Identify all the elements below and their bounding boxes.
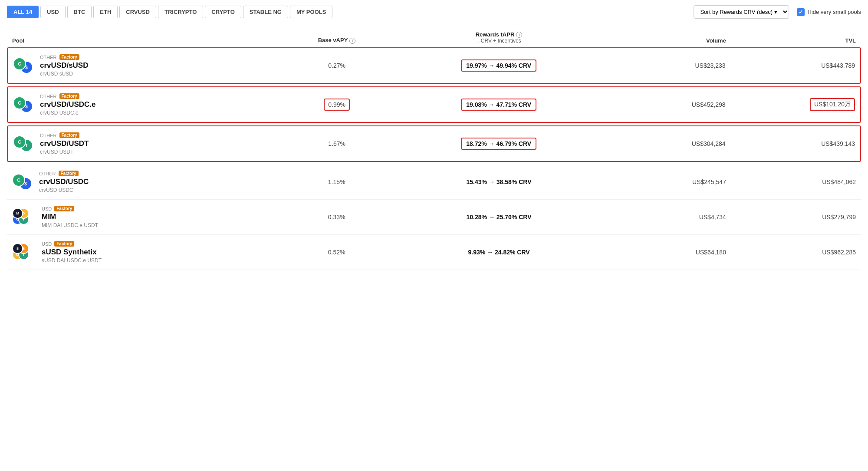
pool-row[interactable]: C T OTHER Factory crvUSD/USDT crvUSD USD… — [7, 125, 861, 162]
tvl-cell: US$101.20万 — [726, 98, 855, 111]
col-pool: Pool — [12, 37, 272, 44]
hide-small-checkbox[interactable] — [797, 8, 805, 16]
pool-row[interactable]: C $ OTHER Factory crvUSD/USDC.e crvUSD U… — [7, 86, 861, 123]
volume-cell: US$245,547 — [596, 178, 726, 185]
pool-name: MIM — [42, 213, 98, 221]
pool-name: crvUSD/USDC.e — [40, 100, 96, 109]
pool-tokens: crvUSD sUSD — [40, 71, 89, 77]
tag-factory: Factory — [54, 206, 74, 211]
pool-details: OTHER Factory crvUSD/USDC crvUSD USDC — [39, 171, 89, 193]
pool-tags: OTHER Factory — [40, 93, 96, 99]
coin-icon-1: S — [12, 243, 23, 254]
tab-all14[interactable]: ALL 14 — [7, 6, 39, 18]
rewards-cell: 9.93% → 24.82% CRV — [401, 249, 596, 256]
rewards-value: 9.93% → 24.82% CRV — [468, 249, 529, 256]
volume-cell: US$64,180 — [596, 249, 726, 256]
volume-cell: US$4,734 — [596, 214, 726, 221]
tab-crypto[interactable]: CRYPTO — [205, 6, 241, 18]
tvl-highlighted: US$101.20万 — [810, 98, 855, 111]
filter-tabs: ALL 14 USD BTC ETH CRVUSD TRICRYPTO CRYP… — [7, 6, 332, 18]
pool-tokens: crvUSD USDC.e — [40, 110, 96, 116]
tab-tricrypto[interactable]: TRICRYPTO — [158, 6, 203, 18]
top-bar: ALL 14 USD BTC ETH CRVUSD TRICRYPTO CRYP… — [0, 0, 868, 24]
col-tvl: TVL — [726, 37, 856, 44]
tag-category: USD — [42, 206, 52, 211]
table-container: Pool Base vAPY i Rewards tAPR i ↓ CRV + … — [0, 28, 868, 270]
pool-info: C $ OTHER Factory crvUSD/sUSD crvUSD sUS… — [13, 54, 272, 77]
pool-info: M D U T USD Factory MIM MIM DAI USDC.e U… — [12, 206, 272, 228]
pool-name: crvUSD/sUSD — [40, 61, 89, 70]
coin-icon-1: C — [13, 135, 26, 148]
pool-info: C $ OTHER Factory crvUSD/USDC.e crvUSD U… — [13, 93, 272, 116]
tag-category: OTHER — [40, 94, 57, 99]
tab-usd[interactable]: USD — [40, 6, 65, 18]
base-vapy: 0.27% — [272, 62, 401, 69]
pool-tags: OTHER Factory — [40, 132, 89, 138]
tag-factory: Factory — [59, 132, 79, 138]
pool-name: crvUSD/USDT — [40, 139, 89, 148]
table-header: Pool Base vAPY i Rewards tAPR i ↓ CRV + … — [7, 28, 861, 47]
pool-info: C $ OTHER Factory crvUSD/USDC crvUSD USD… — [12, 171, 272, 193]
pool-details: OTHER Factory crvUSD/USDT crvUSD USDT — [40, 132, 89, 155]
rewards-cell: 19.97% → 49.94% CRV — [401, 59, 596, 72]
tvl-cell: US$439,143 — [726, 140, 855, 147]
col-base-vapy: Base vAPY i — [272, 37, 401, 44]
volume-cell: US$304,284 — [596, 140, 725, 147]
pool-icons: M D U T — [12, 208, 37, 226]
pool-tags: OTHER Factory — [39, 171, 89, 176]
tab-stable-ng[interactable]: STABLE NG — [243, 6, 288, 18]
pool-tokens: crvUSD USDT — [40, 149, 89, 155]
pool-row[interactable]: C $ OTHER Factory crvUSD/sUSD crvUSD sUS… — [7, 47, 861, 84]
hide-small-label: Hide very small pools — [807, 9, 861, 15]
base-vapy: 1.67% — [272, 140, 401, 147]
tag-category: OTHER — [39, 171, 56, 176]
pool-row[interactable]: M D U T USD Factory MIM MIM DAI USDC.e U… — [7, 200, 861, 235]
pool-details: OTHER Factory crvUSD/USDC.e crvUSD USDC.… — [40, 93, 96, 116]
pool-details: USD Factory MIM MIM DAI USDC.e USDT — [42, 206, 98, 228]
tab-my-pools[interactable]: MY POOLS — [290, 6, 332, 18]
tag-category: OTHER — [40, 133, 57, 138]
rewards-info-icon[interactable]: i — [516, 32, 522, 38]
tag-factory: Factory — [59, 93, 79, 99]
rewards-cell: 18.72% → 46.79% CRV — [401, 138, 596, 150]
pool-name: sUSD Synthetix — [42, 248, 102, 257]
coin-icon-1: M — [12, 208, 23, 219]
tag-category: USD — [42, 241, 52, 247]
coin-icon-1: C — [13, 57, 26, 70]
pool-icons: C $ — [13, 96, 36, 113]
rewards-cell: 19.08% → 47.71% CRV — [401, 99, 596, 111]
rewards-value: 15.43% → 38.58% CRV — [467, 178, 532, 185]
tag-factory: Factory — [54, 241, 74, 247]
coin-icon-1: C — [12, 174, 25, 187]
pool-row[interactable]: C $ OTHER Factory crvUSD/USDC crvUSD USD… — [7, 165, 861, 200]
tag-category: OTHER — [40, 55, 57, 60]
pool-icons: C $ — [13, 57, 36, 74]
tab-btc[interactable]: BTC — [67, 6, 92, 18]
base-vapy: 1.15% — [272, 178, 401, 185]
pool-name: crvUSD/USDC — [39, 178, 89, 186]
tag-factory: Factory — [59, 171, 79, 176]
sort-select[interactable]: Sort by Rewards CRV (desc) ▾ — [694, 5, 789, 19]
base-vapy-info-icon[interactable]: i — [349, 38, 355, 44]
tvl-cell: US$962,285 — [726, 249, 856, 256]
base-vapy: 0.52% — [272, 249, 401, 256]
rewards-cell: 15.43% → 38.58% CRV — [401, 178, 596, 185]
pool-tags: OTHER Factory — [40, 54, 89, 60]
pool-icons: S B D T — [12, 243, 37, 261]
coin-icon-1: C — [13, 96, 26, 109]
base-vapy-highlighted: 0.99% — [324, 99, 350, 111]
rewards-value: 19.08% → 47.71% CRV — [461, 99, 536, 111]
pool-icons: C $ — [12, 174, 35, 190]
hide-small-pools[interactable]: Hide very small pools — [797, 8, 861, 16]
pool-tokens: sUSD DAI USDC.e USDT — [42, 257, 102, 263]
col-rewards: Rewards tAPR i ↓ CRV + Incentives — [401, 31, 596, 44]
tvl-cell: US$484,062 — [726, 178, 856, 185]
volume-cell: US$452,298 — [596, 101, 725, 108]
pool-tags: USD Factory — [42, 206, 98, 211]
tab-eth[interactable]: ETH — [93, 6, 118, 18]
tag-factory: Factory — [59, 54, 79, 60]
pool-row[interactable]: S B D T USD Factory sUSD Synthetix sUSD … — [7, 235, 861, 270]
tab-crvusd[interactable]: CRVUSD — [119, 6, 156, 18]
top-right-controls: Sort by Rewards CRV (desc) ▾ Hide very s… — [694, 5, 861, 19]
pool-tokens: crvUSD USDC — [39, 187, 89, 193]
